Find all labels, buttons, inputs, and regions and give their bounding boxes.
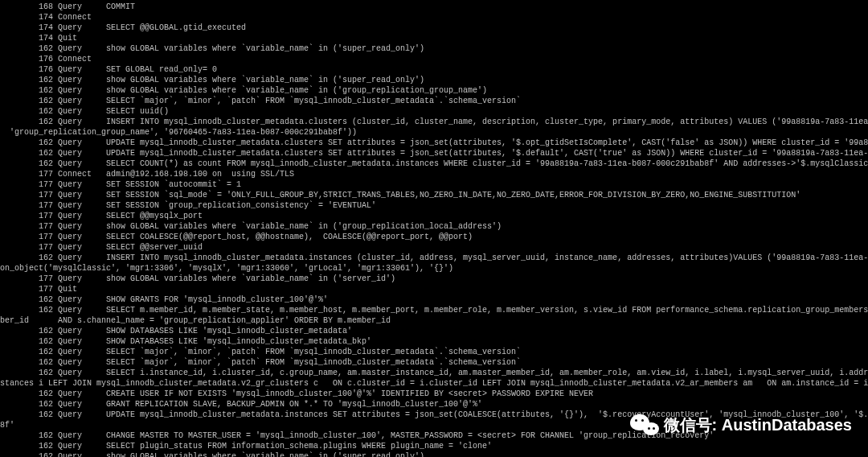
log-line: ber_id AND s.channel_name = 'group_repli… [0,315,868,326]
log-line: 162 Query INSERT INTO mysql_innodb_clust… [0,117,868,127]
log-line: on_object('mysqlClassic', 'mgr1:3306', '… [0,263,868,274]
wechat-icon [630,413,659,437]
log-line: 168 Query COMMIT [0,2,868,12]
log-line: 162 Query SELECT uuid() [0,106,868,117]
log-line: 177 Query SET SESSION `sql_mode` = 'ONLY… [0,190,868,200]
log-line: 162 Query show GLOBAL variables where `v… [0,85,868,96]
log-line: 177 Query show GLOBAL variables where `v… [0,221,868,232]
log-line: 177 Query SELECT @@mysqlx_port [0,211,868,221]
log-line: 'group_replication_group_name', '9676046… [0,127,868,138]
log-line: 177 Query SET SESSION `autocommit` = 1 [0,179,868,190]
log-line: 162 Query SELECT `major`, `minor`, `patc… [0,347,868,357]
log-line: 162 Query SELECT `major`, `minor`, `patc… [0,357,868,368]
log-line: 162 Query SHOW GRANTS FOR 'mysql_innodb_… [0,294,868,305]
log-line: 176 Connect [0,54,868,64]
log-line: 162 Query show GLOBAL variables where `v… [0,451,868,457]
log-line: 174 Connect [0,12,868,23]
log-line: 177 Query show GLOBAL variables where `v… [0,274,868,284]
log-line: 162 Query CREATE USER IF NOT EXISTS 'mys… [0,389,868,399]
log-line: 162 Query SELECT `major`, `minor`, `patc… [0,96,868,106]
log-line: 162 Query show GLOBAL variables where `v… [0,75,868,85]
log-line: 162 Query show GLOBAL variables where `v… [0,43,868,54]
log-line: 162 Query UPDATE mysql_innodb_cluster_me… [0,148,868,159]
log-line: 177 Query SELECT COALESCE(@@report_host,… [0,232,868,242]
log-line: 177 Query SET SESSION `group_replication… [0,200,868,211]
log-line: 162 Query SHOW DATABASES LIKE 'mysql_inn… [0,336,868,347]
log-line: 162 Query INSERT INTO mysql_innodb_clust… [0,253,868,263]
log-line: 177 Query SELECT @@server_uuid [0,242,868,253]
log-line: stances i LEFT JOIN mysql_innodb_cluster… [0,378,868,389]
log-line: 177 Quit [0,284,868,294]
mysql-general-log: 168 Query COMMIT 174 Connect 174 Query S… [0,0,868,457]
log-line: 162 Query SELECT COUNT(*) as count FROM … [0,159,868,169]
log-line: 174 Quit [0,33,868,43]
log-line: 162 Query SELECT i.instance_id, i.cluste… [0,368,868,378]
log-line: 162 Query UPDATE mysql_innodb_cluster_me… [0,138,868,148]
log-line: 162 Query SELECT plugin_status FROM info… [0,441,868,451]
log-line: 176 Query SET GLOBAL read_only= 0 [0,64,868,75]
log-line: 162 Query SHOW DATABASES LIKE 'mysql_inn… [0,326,868,336]
log-line: 177 Connect admin@192.168.198.100 on usi… [0,169,868,179]
watermark-text: 微信号: AustinDatabases [664,420,853,430]
watermark: 微信号: AustinDatabases [630,413,853,437]
log-line: 174 Query SELECT @@GLOBAL.gtid_executed [0,23,868,33]
log-line: 162 Query SELECT m.member_id, m.member_s… [0,305,868,315]
log-line: 162 Query GRANT REPLICATION SLAVE, BACKU… [0,399,868,410]
